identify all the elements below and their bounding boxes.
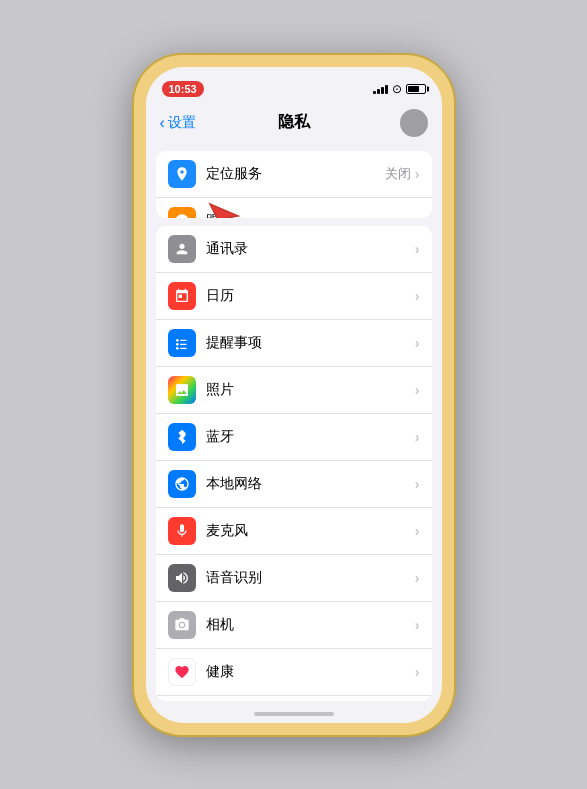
location-section: 定位服务 关闭 › 跟踪 › — [156, 151, 432, 218]
location-services-chevron: › — [415, 166, 420, 182]
bluetooth-icon — [168, 423, 196, 451]
list-item-camera[interactable]: 相机 › — [156, 602, 432, 649]
camera-label: 相机 — [206, 616, 415, 634]
back-label: 设置 — [168, 114, 196, 132]
contacts-icon — [168, 235, 196, 263]
health-chevron: › — [415, 664, 420, 680]
wifi-icon: ⊙ — [392, 82, 402, 96]
tracking-icon — [168, 207, 196, 218]
calendar-chevron: › — [415, 288, 420, 304]
list-item-research[interactable]: 研究传感器与使用数据 › — [156, 696, 432, 701]
location-services-icon — [168, 160, 196, 188]
tracking-label: 跟踪 — [206, 212, 415, 218]
contacts-chevron: › — [415, 241, 420, 257]
svg-point-1 — [176, 339, 179, 342]
list-item-local-network[interactable]: 本地网络 › — [156, 461, 432, 508]
health-icon — [168, 658, 196, 686]
health-label: 健康 — [206, 663, 415, 681]
calendar-icon — [168, 282, 196, 310]
location-services-value: 关闭 — [385, 165, 411, 183]
list-item-health[interactable]: 健康 › — [156, 649, 432, 696]
local-network-icon — [168, 470, 196, 498]
back-chevron-icon: ‹ — [160, 114, 165, 132]
bluetooth-chevron: › — [415, 429, 420, 445]
photos-chevron: › — [415, 382, 420, 398]
speech-label: 语音识别 — [206, 569, 415, 587]
bluetooth-label: 蓝牙 — [206, 428, 415, 446]
back-button[interactable]: ‹ 设置 — [160, 114, 196, 132]
status-time: 10:53 — [162, 81, 204, 97]
camera-chevron: › — [415, 617, 420, 633]
svg-point-2 — [176, 343, 179, 346]
nav-bar: ‹ 设置 隐私 — [146, 103, 442, 143]
location-services-label: 定位服务 — [206, 165, 385, 183]
svg-point-3 — [176, 347, 179, 350]
microphone-chevron: › — [415, 523, 420, 539]
page-title: 隐私 — [278, 112, 310, 133]
microphone-label: 麦克风 — [206, 522, 415, 540]
tracking-chevron: › — [415, 213, 420, 218]
calendar-label: 日历 — [206, 287, 415, 305]
photos-label: 照片 — [206, 381, 415, 399]
speech-chevron: › — [415, 570, 420, 586]
reminders-chevron: › — [415, 335, 420, 351]
permissions-section: 通讯录 › 日历 › — [156, 226, 432, 701]
svg-rect-5 — [180, 343, 187, 344]
local-network-label: 本地网络 — [206, 475, 415, 493]
photos-icon — [168, 376, 196, 404]
reminders-icon — [168, 329, 196, 357]
microphone-icon — [168, 517, 196, 545]
signal-icon — [373, 84, 388, 94]
contacts-label: 通讯录 — [206, 240, 415, 258]
list-item-reminders[interactable]: 提醒事项 › — [156, 320, 432, 367]
phone-frame: 10:53 ⊙ ‹ 设置 隐私 — [134, 55, 454, 735]
status-bar: 10:53 ⊙ — [146, 67, 442, 103]
list-item-photos[interactable]: 照片 › — [156, 367, 432, 414]
content-area: 定位服务 关闭 › 跟踪 › — [146, 143, 442, 705]
list-item-speech[interactable]: 语音识别 › — [156, 555, 432, 602]
camera-icon — [168, 611, 196, 639]
status-icons: ⊙ — [373, 82, 426, 96]
list-item-tracking[interactable]: 跟踪 › — [156, 198, 432, 218]
home-bar — [254, 712, 334, 716]
list-item-contacts[interactable]: 通讯录 › — [156, 226, 432, 273]
reminders-label: 提醒事项 — [206, 334, 415, 352]
home-indicator — [146, 705, 442, 723]
list-item-microphone[interactable]: 麦克风 › — [156, 508, 432, 555]
list-item-calendar[interactable]: 日历 › — [156, 273, 432, 320]
speech-icon — [168, 564, 196, 592]
list-item-bluetooth[interactable]: 蓝牙 › — [156, 414, 432, 461]
svg-rect-4 — [180, 339, 187, 340]
phone-screen: 10:53 ⊙ ‹ 设置 隐私 — [146, 67, 442, 723]
local-network-chevron: › — [415, 476, 420, 492]
avatar[interactable] — [400, 109, 428, 137]
svg-rect-6 — [180, 347, 187, 348]
battery-icon — [406, 84, 426, 94]
list-item-location-services[interactable]: 定位服务 关闭 › — [156, 151, 432, 198]
